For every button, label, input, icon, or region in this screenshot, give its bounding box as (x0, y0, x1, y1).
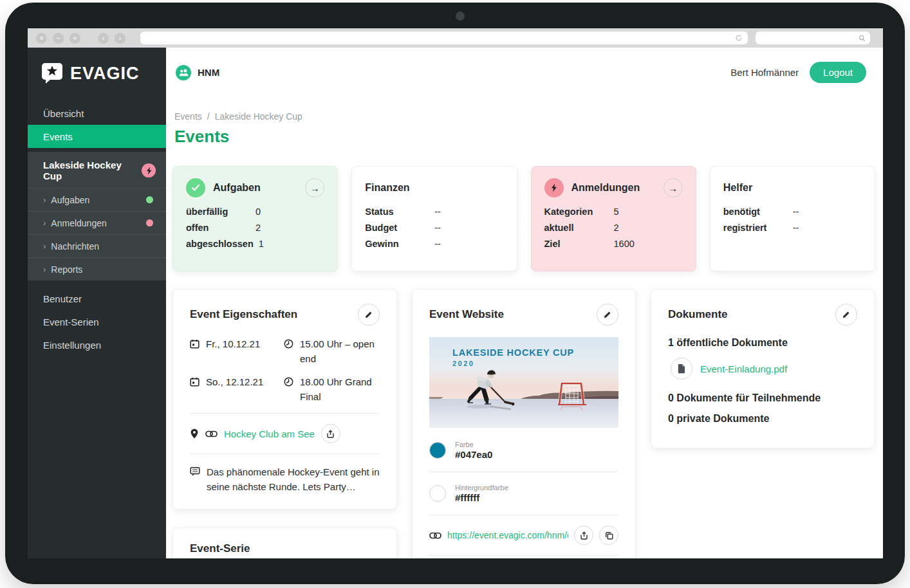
chevron-right-icon: › (43, 241, 46, 251)
open-location-button[interactable] (321, 424, 340, 443)
webcam-dot (456, 12, 465, 21)
event-time: 15.00 Uhr – open end (284, 337, 380, 366)
event-name-label: Lakeside Hockey Cup (43, 160, 142, 181)
page-title: Events (174, 127, 883, 147)
card-dokumente: Dokumente 1 öffentliche Dokumente Event-… (651, 289, 875, 448)
sidebar-item-label: Einstellungen (43, 340, 101, 351)
location-link[interactable]: Hockey Club am See (224, 428, 315, 439)
stat-row: offen2 (186, 223, 324, 233)
address-bar[interactable] (140, 32, 748, 44)
comment-icon (190, 466, 200, 477)
sidebar-item-reports[interactable]: › Reports (28, 257, 166, 280)
sidebar-item-anmeldungen[interactable]: › Anmeldungen (28, 211, 166, 234)
window-close-button[interactable]: × (36, 33, 47, 44)
event-description: Das phänomenale Hockey-Event geht in sei… (190, 462, 380, 495)
app-logo[interactable]: EVAGIC (28, 48, 166, 102)
chevron-right-icon: › (43, 195, 46, 205)
breadcrumb-current: Lakeside Hockey Cup (215, 111, 302, 122)
background-color-swatch[interactable] (429, 485, 446, 502)
event-alert-badge (142, 163, 156, 178)
private-documents-count: 0 private Dokumente (668, 413, 857, 425)
aufgaben-arrow-button[interactable]: → (305, 178, 324, 198)
logout-button[interactable]: Logout (810, 62, 866, 83)
anmeldungen-arrow-button[interactable]: → (664, 178, 683, 198)
chevron-right-icon: › (43, 218, 46, 228)
sidebar-item-einstellungen[interactable]: Einstellungen (28, 333, 166, 356)
search-icon (859, 35, 866, 42)
map-pin-icon (190, 428, 199, 439)
open-external-icon (580, 531, 588, 540)
card-event-eigenschaften: Event Eigenschaften Fr., 10.12.21 (172, 289, 397, 510)
window-maximize-button[interactable]: + (70, 33, 80, 44)
evagic-logo-icon (41, 62, 64, 85)
website-color-row: Farbe #047ea0 (429, 437, 618, 464)
card-helfer: Helfer benötigt-- registriert-- (710, 166, 875, 271)
event-subnav: Lakeside Hockey Cup › Aufgaben › Anmeldu… (28, 152, 166, 280)
reload-icon[interactable] (735, 34, 743, 42)
card-event-serie: Event-Serie (172, 528, 397, 559)
user-name: Bert Hofmänner (730, 67, 799, 78)
chevron-right-icon: › (43, 264, 46, 274)
app-root: EVAGIC Übersicht Events Lakeside Hockey … (28, 48, 883, 558)
organization-avatar-icon (176, 65, 191, 80)
lightning-icon (145, 167, 153, 175)
card-title: Dokumente (668, 308, 728, 321)
subnav-event-title[interactable]: Lakeside Hockey Cup (28, 152, 166, 188)
sidebar-item-nachrichten[interactable]: › Nachrichten (28, 234, 166, 257)
sidebar-item-uebersicht[interactable]: Übersicht (28, 102, 166, 125)
background-color-label: Hintergrundfarbe (455, 484, 508, 492)
detail-column-1: Event Eigenschaften Fr., 10.12.21 (172, 289, 397, 558)
calendar-icon (190, 339, 200, 349)
status-dot-pink (146, 219, 153, 226)
main-content: HNM Bert Hofmänner Logout Events / Lakes… (166, 48, 883, 558)
window-minimize-button[interactable]: − (53, 33, 64, 44)
sidebar-item-label: Aufgaben (51, 195, 89, 205)
poster-year: 2020 (452, 360, 574, 367)
detail-cards-row: Event Eigenschaften Fr., 10.12.21 (172, 289, 875, 558)
sidebar: EVAGIC Übersicht Events Lakeside Hockey … (28, 48, 166, 558)
sidebar-item-aufgaben[interactable]: › Aufgaben (28, 188, 166, 211)
clock-icon (284, 377, 293, 387)
breadcrumb: Events / Lakeside Hockey Cup (174, 111, 883, 122)
stat-row: Budget-- (365, 223, 503, 233)
event-date: So., 12.12.21 (190, 375, 279, 404)
card-title: Finanzen (365, 182, 409, 194)
edit-documents-button[interactable] (835, 304, 857, 326)
chrome-search-field[interactable] (756, 32, 870, 44)
pencil-icon (603, 310, 612, 319)
browser-forward-button[interactable]: › (115, 33, 125, 44)
link-icon (429, 532, 441, 539)
browser-back-button[interactable]: ‹ (98, 33, 109, 44)
breadcrumb-events[interactable]: Events (174, 111, 202, 122)
sidebar-item-label: Reports (51, 264, 82, 275)
edit-website-button[interactable] (597, 304, 618, 326)
copy-url-button[interactable] (599, 526, 618, 545)
sidebar-item-label: Benutzer (43, 293, 82, 304)
card-title: Event Eigenschaften (190, 308, 297, 321)
event-poster-image: LAKESIDE HOCKEY CUP 2020 (429, 337, 618, 428)
sidebar-item-events[interactable]: Events (28, 125, 166, 148)
color-swatch[interactable] (429, 442, 446, 459)
stat-row: Status-- (365, 207, 503, 217)
card-title: Helfer (723, 182, 752, 194)
stat-row: benötigt-- (723, 207, 862, 217)
stat-row: Ziel1600 (544, 239, 683, 249)
sidebar-item-event-serien[interactable]: Event-Serien (28, 310, 166, 333)
edit-properties-button[interactable] (358, 304, 380, 326)
stat-row: überfällig0 (186, 207, 324, 217)
organization[interactable]: HNM (176, 65, 219, 80)
sidebar-item-benutzer[interactable]: Benutzer (28, 287, 166, 310)
document-file-row: Event-Einladung.pdf (671, 358, 857, 380)
lightning-circle-icon (544, 178, 564, 198)
open-website-button[interactable] (574, 526, 593, 545)
website-url-link[interactable]: https://event.evagic.com/hnm/e/l… (447, 530, 568, 540)
website-url-row: https://event.evagic.com/hnm/e/l… (429, 523, 618, 547)
sidebar-item-label: Nachrichten (51, 241, 99, 252)
document-file-link[interactable]: Event-Einladung.pdf (700, 363, 787, 374)
stat-row: aktuell2 (544, 223, 683, 233)
breadcrumb-separator: / (207, 111, 210, 122)
sidebar-item-label: Anmeldungen (51, 218, 106, 228)
status-dot-green (146, 196, 153, 203)
document-icon-button (671, 358, 692, 380)
sidebar-item-label: Übersicht (43, 108, 84, 119)
